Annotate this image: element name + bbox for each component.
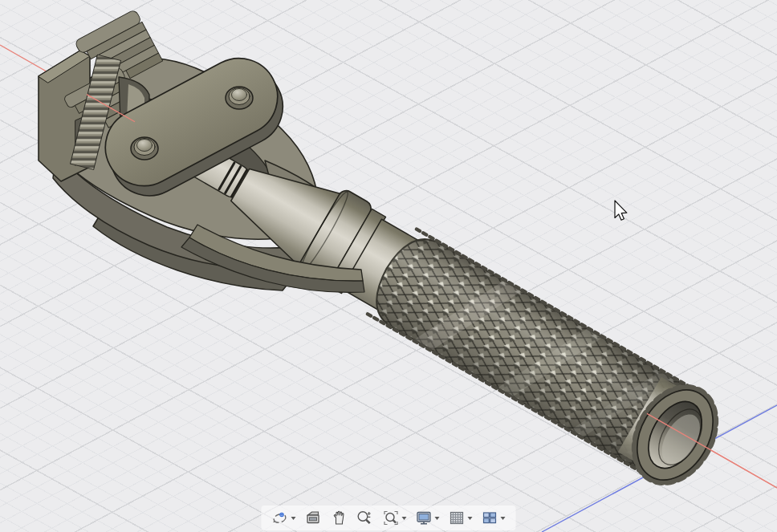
zoom-icon: [356, 510, 374, 526]
orbit-button[interactable]: [270, 508, 299, 528]
model-scene: [0, 0, 777, 532]
display-settings-button[interactable]: [413, 508, 442, 528]
look-at-button[interactable]: [303, 508, 324, 528]
viewport-canvas[interactable]: [0, 0, 777, 532]
display-settings-dropdown-caret[interactable]: [435, 517, 440, 520]
viewports-button[interactable]: [479, 508, 508, 528]
grid-dropdown-caret[interactable]: [468, 517, 473, 520]
viewports-icon: [482, 510, 498, 526]
fit-button[interactable]: [380, 508, 409, 528]
display-settings-icon: [416, 510, 433, 526]
fit-icon: [383, 510, 400, 526]
orbit-dropdown-caret[interactable]: [291, 517, 296, 520]
zoom-button[interactable]: [354, 508, 376, 528]
pan-button[interactable]: [328, 508, 350, 528]
navigation-toolbar: [262, 506, 516, 530]
rivet-pin[interactable]: [226, 87, 253, 109]
look-at-icon: [305, 510, 322, 526]
orbit-icon: [272, 510, 289, 526]
model-hand-vise[interactable]: [39, 9, 729, 493]
viewports-dropdown-caret[interactable]: [501, 517, 506, 520]
mouse-cursor: [615, 201, 627, 220]
rivet-pin[interactable]: [131, 137, 158, 160]
grid-icon: [449, 510, 466, 526]
grid-and-snaps-button[interactable]: [446, 508, 475, 528]
pan-icon: [331, 510, 348, 526]
fit-dropdown-caret[interactable]: [402, 517, 407, 520]
